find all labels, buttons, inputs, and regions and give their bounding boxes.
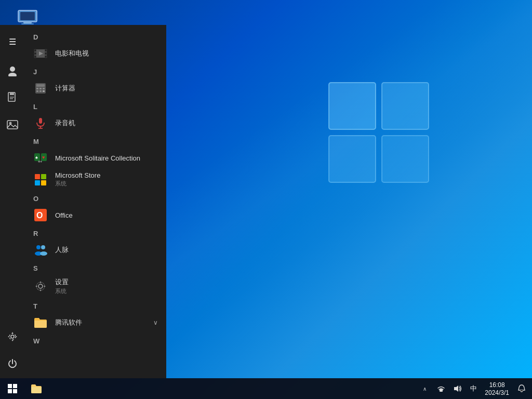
app-office[interactable]: O Office [25,205,166,225]
svg-rect-3 [382,136,429,182]
sidebar-documents[interactable] [0,85,25,110]
taskbar-clock[interactable]: 16:08 2024/3/1 [481,378,513,399]
svg-marker-56 [454,385,458,392]
app-people[interactable]: 人脉 [25,240,166,260]
folder-left: 腾讯软件 [33,315,82,330]
settings-app-sub: 系统 [55,287,69,295]
recorder-name: 录音机 [55,118,75,128]
user-icon [7,65,18,76]
pictures-icon [7,119,18,130]
svg-rect-14 [7,121,18,129]
sidebar-pictures[interactable] [0,112,25,137]
app-calculator[interactable]: 计算器 [25,78,166,99]
app-list: D 电影和电视 [25,25,166,378]
sidebar-user[interactable] [0,58,25,83]
office-name: Office [55,211,73,219]
section-t: T [25,298,166,312]
app-movie-tv[interactable]: 电影和电视 [25,43,166,64]
recorder-icon [33,116,48,130]
start-menu: ☰ [0,25,166,378]
svg-rect-6 [23,22,32,23]
section-w: W [25,333,166,347]
svg-point-49 [38,284,43,288]
settings-app-icon [33,279,48,294]
svg-point-47 [41,245,45,249]
clock-date: 2024/3/1 [485,389,509,396]
sidebar: ☰ [0,25,25,378]
settings-icon [7,331,18,342]
svg-rect-35 [39,118,42,124]
movie-tv-icon [33,46,48,61]
taskbar-file-explorer[interactable] [25,378,48,399]
svg-rect-52 [13,384,17,388]
svg-rect-11 [10,92,14,95]
svg-point-50 [36,282,45,290]
sidebar-settings[interactable] [0,324,25,349]
svg-rect-31 [43,88,45,89]
ms-store-grid [35,174,46,185]
app-recorder[interactable]: 录音机 [25,113,166,134]
office-icon-svg: O [34,208,47,222]
section-r: R [25,225,166,240]
app-solitaire[interactable]: ♠ ♥ ♣♦ Microsoft Solitaire Collection [25,148,166,168]
svg-rect-5 [20,12,35,20]
solitaire-icon: ♠ ♥ ♣♦ [33,151,48,165]
notification-icon [517,384,526,393]
svg-rect-32 [36,90,38,92]
office-icon: O [33,208,48,222]
film-icon [34,48,47,59]
taskbar: ∧ 中 [0,378,532,399]
people-icon [33,243,48,257]
section-o: O [25,191,166,205]
app-msstore[interactable]: Microsoft Store 系统 [25,168,166,191]
tray-chevron[interactable]: ∧ [416,378,433,399]
people-icon-svg [34,244,47,256]
tray-volume[interactable] [449,378,466,399]
taskbar-start-button[interactable] [0,378,25,399]
svg-rect-22 [45,49,47,51]
svg-point-45 [36,245,41,249]
tencent-folder-name: 腾讯软件 [55,318,82,327]
svg-text:♥: ♥ [42,155,45,160]
sidebar-hamburger[interactable]: ☰ [0,29,25,54]
svg-rect-0 [329,83,376,129]
file-explorer-icon [31,383,42,394]
svg-rect-55 [440,389,443,392]
taskbar-notification[interactable] [513,378,530,399]
svg-text:♣♦: ♣♦ [38,159,43,163]
people-name: 人脉 [55,245,69,255]
taskbar-right-tray: ∧ 中 [416,378,532,399]
msstore-sub: 系统 [55,180,100,188]
svg-text:O: O [36,211,43,220]
solitaire-icon-svg: ♠ ♥ ♣♦ [34,152,47,164]
section-d: D [25,29,166,43]
calculator-name: 计算器 [55,84,75,93]
mic-icon-svg [34,117,47,129]
section-j: J [25,64,166,78]
ime-label: 中 [470,384,477,393]
documents-icon [7,92,18,103]
svg-rect-51 [8,384,12,388]
movie-tv-name: 电影和电视 [55,49,89,58]
svg-rect-33 [39,90,42,92]
msstore-icon [33,172,48,187]
thispc-icon [17,9,38,26]
svg-rect-24 [45,56,47,58]
svg-rect-23 [45,52,47,55]
app-settings[interactable]: 设置 系统 [25,274,166,298]
volume-icon [454,384,462,393]
svg-rect-20 [34,52,36,55]
tray-ime[interactable]: 中 [466,378,481,399]
desktop: 此电脑 ☰ [0,0,532,399]
section-m: M [25,134,166,148]
calc-icon-svg [34,82,47,95]
svg-rect-21 [34,56,36,58]
section-l: L [25,99,166,113]
svg-rect-30 [39,88,42,89]
tray-network[interactable] [433,378,449,399]
power-icon [7,358,18,369]
app-tencent-folder[interactable]: 腾讯软件 ∨ [25,312,166,333]
svg-point-9 [8,73,17,76]
folder-chevron: ∨ [153,319,158,326]
sidebar-power[interactable] [0,351,25,376]
